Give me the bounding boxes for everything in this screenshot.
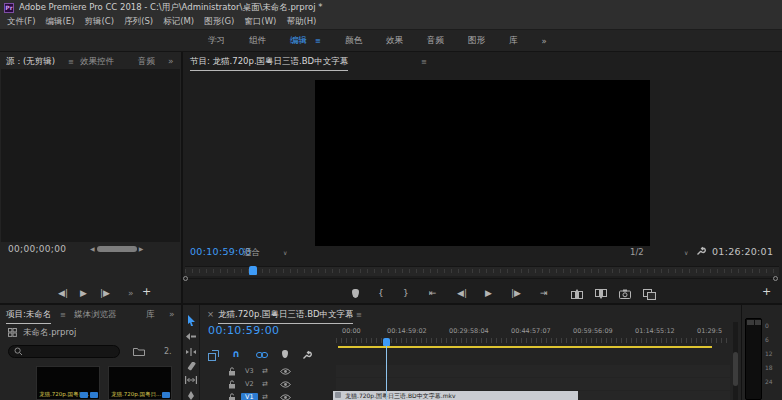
workspace-menu-icon[interactable]: ≡	[315, 37, 321, 45]
ripple-edit-tool-icon[interactable]	[185, 348, 197, 356]
workspace-tab-effects[interactable]: 效果	[386, 35, 403, 47]
scroll-right-arrow-icon[interactable]: ▶	[139, 245, 144, 252]
track-lane-v2[interactable]	[336, 378, 730, 390]
tab-program[interactable]: 节目: 龙猫.720p.国粤日三语.BD中文字幕	[190, 56, 348, 71]
program-playhead[interactable]	[249, 266, 257, 275]
workspace-overflow-icon[interactable]: »	[541, 36, 546, 46]
timeline-playhead[interactable]	[383, 338, 390, 346]
workspace-tab-learning[interactable]: 学习	[208, 35, 225, 47]
scrollbar-handle[interactable]	[97, 246, 137, 252]
project-panel-menu-icon[interactable]: ≡	[60, 311, 66, 319]
program-settings-wrench-icon[interactable]	[696, 246, 706, 256]
pen-tool-icon[interactable]	[187, 391, 195, 400]
new-bin-folder-icon[interactable]	[133, 347, 145, 356]
workspace-tab-audio[interactable]: 音频	[427, 35, 444, 47]
menu-file[interactable]: 文件(F)	[7, 16, 36, 28]
project-search-input[interactable]	[8, 345, 120, 358]
track-label-v1[interactable]: V1	[241, 393, 258, 400]
timeline-vertical-scrollbar[interactable]	[733, 322, 738, 400]
tab-media-browser[interactable]: 媒体浏览器	[74, 309, 117, 321]
comparison-view-icon[interactable]	[643, 289, 656, 300]
track-lock-icon[interactable]	[228, 367, 236, 376]
scroll-left-arrow-icon[interactable]: ◀	[90, 245, 95, 252]
project-tabs-overflow-icon[interactable]: »	[169, 309, 175, 319]
program-seek-bar[interactable]	[185, 266, 779, 276]
timeline-panel-menu-icon[interactable]: ≡	[356, 311, 362, 319]
snap-magnet-icon[interactable]: ∩	[232, 348, 240, 359]
sync-lock-icon[interactable]: ⇄	[262, 380, 268, 388]
mark-in-button[interactable]: {	[378, 288, 384, 298]
workspace-tab-color[interactable]: 颜色	[345, 35, 362, 47]
menu-markers[interactable]: 标记(M)	[163, 16, 194, 28]
track-select-tool-icon[interactable]	[186, 332, 196, 341]
project-item-sequence[interactable]: 龙猫.720p.国粤日...	[36, 366, 100, 400]
track-label-v2[interactable]: V2	[245, 380, 254, 388]
timeline-ruler[interactable]	[336, 338, 730, 343]
source-zoom-scrollbar[interactable]: ◀ ▶	[90, 245, 143, 252]
menu-window[interactable]: 窗口(W)	[244, 16, 276, 28]
linked-selection-icon[interactable]	[256, 351, 268, 359]
program-button-editor-icon[interactable]: +	[762, 285, 771, 298]
source-step-forward-button[interactable]: |▶	[100, 288, 110, 298]
audio-level-meter[interactable]	[745, 318, 762, 400]
workspace-tab-graphics[interactable]: 图形	[468, 35, 485, 47]
track-visibility-eye-icon[interactable]	[280, 368, 291, 375]
resolution-select-caret-icon[interactable]: ∨	[684, 249, 688, 256]
goto-in-button[interactable]: ⇤	[429, 288, 437, 298]
sync-lock-icon[interactable]: ⇄	[262, 367, 268, 375]
seek-rail-left-handle[interactable]	[183, 276, 188, 281]
source-tabs-overflow-icon[interactable]: »	[168, 56, 174, 66]
step-back-button[interactable]: ◀|	[457, 288, 467, 298]
track-lock-icon[interactable]	[228, 380, 236, 389]
sync-lock-icon[interactable]: ⇄	[262, 393, 268, 400]
slip-tool-icon[interactable]	[185, 376, 197, 384]
lift-icon[interactable]	[571, 289, 583, 299]
track-visibility-eye-icon[interactable]	[280, 394, 291, 400]
export-frame-camera-icon[interactable]	[619, 289, 631, 299]
timeline-tab-close-icon[interactable]: ×	[207, 309, 214, 319]
project-breadcrumb[interactable]: 未命名.prproj	[23, 327, 143, 339]
playback-resolution-select[interactable]: 1/2	[630, 247, 644, 257]
timeline-clip[interactable]: 龙猫.720p.国粤日三语.BD中文字幕.mkv	[333, 391, 578, 400]
timeline-timecode[interactable]: 00:10:59:00	[208, 324, 280, 337]
workspace-tab-libraries[interactable]: 库	[509, 35, 518, 47]
program-zoom-select[interactable]: 适合	[243, 247, 260, 259]
tab-libraries[interactable]: 库	[146, 309, 155, 321]
menu-help[interactable]: 帮助(H)	[286, 16, 316, 28]
zoom-select-caret-icon[interactable]: ∨	[283, 249, 287, 256]
selection-tool-icon[interactable]	[187, 315, 196, 326]
track-lane-v3[interactable]	[336, 365, 730, 377]
menu-clip[interactable]: 剪辑(C)	[85, 16, 115, 28]
step-forward-button[interactable]: |▶	[511, 288, 521, 298]
menu-graphics[interactable]: 图形(G)	[204, 16, 234, 28]
workspace-tab-editing[interactable]: 编辑	[290, 35, 307, 47]
workspace-tab-assembly[interactable]: 组件	[249, 35, 266, 47]
program-video-frame[interactable]	[315, 80, 650, 246]
source-button-editor-icon[interactable]: +	[142, 285, 151, 298]
source-controls-overflow-icon[interactable]: »	[128, 288, 134, 298]
menu-sequence[interactable]: 序列(S)	[124, 16, 153, 28]
tab-audio-clip-mixer[interactable]: 音频	[138, 56, 155, 68]
timeline-settings-wrench-icon[interactable]	[302, 350, 312, 360]
seek-rail-right-handle[interactable]	[773, 276, 778, 281]
project-item-clip[interactable]: 龙猫.720p.国粤日...	[108, 366, 172, 400]
source-play-button[interactable]: ▶	[80, 288, 87, 298]
menu-edit[interactable]: 编辑(E)	[46, 16, 75, 28]
scrollbar-handle[interactable]	[733, 352, 738, 386]
mark-out-button[interactable]: }	[403, 288, 409, 298]
nest-sequence-icon[interactable]	[208, 350, 219, 361]
program-panel-menu-icon[interactable]: ≡	[421, 58, 427, 66]
track-lock-icon[interactable]	[228, 393, 236, 400]
add-marker-icon[interactable]	[352, 289, 359, 298]
track-label-v3[interactable]: V3	[245, 367, 254, 375]
source-step-back-button[interactable]: ◀|	[58, 288, 68, 298]
tab-project[interactable]: 项目:未命名	[6, 309, 51, 324]
tab-sequence[interactable]: 龙猫.720p.国粤日三语.BD中文字幕	[218, 309, 353, 324]
timeline-add-marker-icon[interactable]	[282, 350, 288, 358]
tab-effect-controls[interactable]: 效果控件	[80, 56, 114, 68]
extract-icon[interactable]	[595, 289, 607, 299]
play-button[interactable]: ▶	[485, 288, 492, 298]
razor-tool-icon[interactable]	[186, 362, 196, 372]
goto-out-button[interactable]: ⇥	[540, 288, 548, 298]
clip-fx-badge-icon[interactable]	[335, 392, 341, 398]
